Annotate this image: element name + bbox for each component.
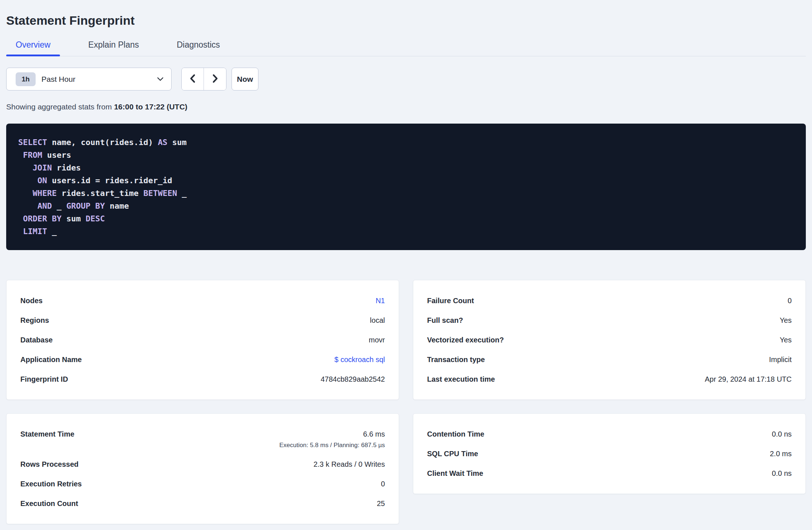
sql-code: SELECT name, count(rides.id) AS sum FROM…	[18, 136, 794, 238]
stat-value: local	[370, 316, 385, 324]
stat-value-link[interactable]: $ cockroach sql	[334, 356, 385, 364]
stat-label: Rows Processed	[20, 459, 79, 469]
stat-label: Contention Time	[427, 429, 484, 439]
statement-fingerprint-page: Statement Fingerprint Overview Explain P…	[0, 0, 812, 524]
stats-caption-range: 16:00 to 17:22 (UTC)	[114, 103, 188, 111]
time-range-select[interactable]: 1h Past Hour	[6, 68, 172, 91]
tab-bar: Overview Explain Plans Diagnostics	[6, 36, 806, 56]
stat-label: Regions	[20, 315, 49, 325]
card-statement-details: NodesN1RegionslocalDatabasemovrApplicati…	[6, 280, 399, 400]
stat-label: Nodes	[20, 296, 43, 306]
stat-value: 2.0 ms	[770, 450, 792, 458]
stat-value: 2.3 k Reads / 0 Writes	[314, 460, 385, 468]
stat-label: Last execution time	[427, 374, 495, 384]
sql-line: ORDER BY sum DESC	[18, 212, 794, 225]
stat-value: 4784cb829aab2542	[321, 375, 385, 383]
stat-value: 25	[377, 499, 385, 507]
stat-value: Implicit	[769, 356, 792, 364]
stat-row: Execution Count25	[20, 498, 385, 509]
stat-value: Apr 29, 2024 at 17:18 UTC	[705, 375, 792, 383]
stat-row: NodesN1	[20, 296, 385, 306]
stat-subvalue: Execution: 5.8 ms / Planning: 687.5 µs	[280, 441, 385, 450]
stat-value: 0	[381, 480, 385, 488]
stat-value: 0.0 ns	[772, 469, 792, 477]
tab-explain-plans[interactable]: Explain Plans	[79, 36, 148, 56]
now-button[interactable]: Now	[232, 68, 258, 91]
card-wait-time-stats: Contention Time0.0 nsSQL CPU Time2.0 msC…	[413, 413, 806, 494]
stat-row: Application Name$ cockroach sql	[20, 354, 385, 365]
time-range-badge: 1h	[16, 72, 36, 86]
stat-label: Fingerprint ID	[20, 374, 68, 384]
stat-row: Full scan?Yes	[427, 315, 792, 325]
stat-row: SQL CPU Time2.0 ms	[427, 449, 792, 459]
stat-label: Vectorized execution?	[427, 335, 504, 345]
stat-value: 0	[788, 297, 792, 305]
chevron-left-icon	[189, 74, 196, 84]
stat-row: Fingerprint ID4784cb829aab2542	[20, 374, 385, 384]
time-controls: 1h Past Hour Now	[6, 68, 806, 91]
time-range-label: Past Hour	[41, 75, 75, 84]
tab-diagnostics[interactable]: Diagnostics	[167, 36, 229, 56]
stat-label: Execution Count	[20, 498, 78, 509]
stat-label: SQL CPU Time	[427, 449, 478, 459]
sql-line: SELECT name, count(rides.id) AS sum	[18, 136, 794, 149]
prev-range-button[interactable]	[182, 68, 204, 90]
stat-row: Transaction typeImplicit	[427, 354, 792, 365]
stat-row: Databasemovr	[20, 335, 385, 345]
range-pager	[181, 68, 226, 91]
stat-label: Full scan?	[427, 315, 463, 325]
stat-row: Regionslocal	[20, 315, 385, 325]
stat-value-link[interactable]: N1	[375, 297, 385, 305]
stat-label: Execution Retries	[20, 479, 82, 489]
stat-row: Failure Count0	[427, 296, 792, 306]
sql-line: JOIN rides	[18, 161, 794, 174]
stat-value: 0.0 ns	[772, 430, 792, 438]
sql-line: FROM users	[18, 149, 794, 161]
stat-row: Execution Retries0	[20, 479, 385, 489]
stat-label: Statement Time	[20, 429, 75, 439]
chevron-down-icon	[157, 77, 164, 81]
stat-row: Client Wait Time0.0 ns	[427, 468, 792, 478]
stat-value: 6.6 ms	[363, 430, 385, 438]
sql-line: AND _ GROUP BY name	[18, 200, 794, 212]
stat-row: Last execution timeApr 29, 2024 at 17:18…	[427, 374, 792, 384]
overview-cards-row: NodesN1RegionslocalDatabasemovrApplicati…	[6, 280, 806, 400]
card-statement-time-stats: Statement Time6.6 msExecution: 5.8 ms / …	[6, 413, 399, 524]
stat-label: Client Wait Time	[427, 468, 483, 478]
stats-caption: Showing aggregated stats from16:00 to 17…	[6, 101, 806, 112]
stat-label: Application Name	[20, 354, 82, 365]
sql-line: LIMIT _	[18, 225, 794, 238]
stat-value: movr	[369, 336, 385, 344]
next-range-button[interactable]	[204, 68, 226, 90]
stat-label: Failure Count	[427, 296, 474, 306]
stat-row: Contention Time0.0 ns	[427, 429, 792, 439]
sql-statement-box: SELECT name, count(rides.id) AS sum FROM…	[6, 124, 806, 250]
stat-row: Rows Processed2.3 k Reads / 0 Writes	[20, 459, 385, 469]
tab-overview[interactable]: Overview	[6, 36, 60, 56]
stats-caption-prefix: Showing aggregated stats from	[6, 103, 112, 111]
sql-line: WHERE rides.start_time BETWEEN _	[18, 187, 794, 200]
card-execution-details: Failure Count0Full scan?YesVectorized ex…	[413, 280, 806, 400]
stat-row: Vectorized execution?Yes	[427, 335, 792, 345]
chevron-right-icon	[212, 74, 219, 84]
timing-cards-row: Statement Time6.6 msExecution: 5.8 ms / …	[6, 413, 806, 524]
stat-value: Yes	[780, 336, 792, 344]
page-title: Statement Fingerprint	[6, 0, 806, 28]
stat-label: Transaction type	[427, 354, 485, 365]
sql-line: ON users.id = rides.rider_id	[18, 174, 794, 187]
stat-label: Database	[20, 335, 53, 345]
stat-value: Yes	[780, 316, 792, 324]
stat-row: Statement Time6.6 msExecution: 5.8 ms / …	[20, 429, 385, 450]
